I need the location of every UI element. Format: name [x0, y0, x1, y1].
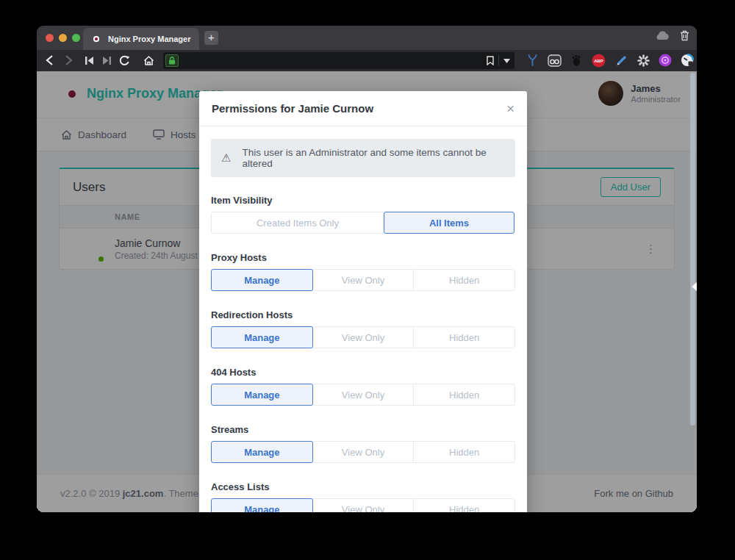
trash-icon[interactable]	[680, 30, 689, 41]
edge-triangle-marker	[692, 282, 697, 291]
tab-title: Nginx Proxy Manager	[108, 35, 190, 43]
proxy-hosts-view-only-button[interactable]: View Only	[312, 269, 415, 291]
404-hosts-hidden-button[interactable]: Hidden	[413, 384, 515, 406]
streams-view-only-button[interactable]: View Only	[312, 441, 415, 463]
page-viewport: Nginx Proxy Manager James Administrator …	[37, 71, 697, 512]
proxy-hosts-manage-button[interactable]: Manage	[211, 269, 313, 291]
extension-gauge-icon[interactable]	[680, 53, 695, 68]
browser-window: Nginx Proxy Manager +	[37, 26, 697, 512]
redirection-hosts-hidden-button[interactable]: Hidden	[413, 326, 515, 348]
scrollbar-thumb[interactable]	[690, 73, 695, 426]
visibility-created-items-button[interactable]: Created Items Only	[211, 212, 384, 234]
visibility-all-items-button[interactable]: All Items	[384, 212, 514, 234]
access-lists-view-only-button[interactable]: View Only	[312, 498, 415, 512]
proxy-hosts-group: Proxy Hosts Manage View Only Hidden	[211, 252, 515, 291]
bookmark-dropdown-icon[interactable]	[503, 59, 510, 63]
close-window-button[interactable]	[46, 34, 54, 42]
favicon-npm-icon	[90, 33, 102, 45]
browser-tab-bar: Nginx Proxy Manager +	[37, 26, 697, 50]
access-lists-hidden-button[interactable]: Hidden	[413, 498, 515, 512]
admin-warning-alert: ⚠ This user is an Administrator and some…	[211, 139, 515, 177]
item-visibility-label: Item Visibility	[211, 195, 515, 206]
modal-close-icon[interactable]: ×	[506, 101, 514, 115]
404-hosts-group: 404 Hosts Manage View Only Hidden	[211, 367, 515, 406]
extension-split-icon[interactable]	[525, 53, 539, 68]
svg-text:ABP: ABP	[594, 59, 603, 63]
redirection-hosts-view-only-button[interactable]: View Only	[312, 326, 415, 348]
modal-title: Permissions for Jamie Curnow	[212, 102, 373, 115]
reload-icon[interactable]	[118, 54, 131, 67]
404-hosts-manage-button[interactable]: Manage	[211, 384, 313, 406]
extension-pen-icon[interactable]	[614, 53, 628, 68]
bookmark-icon[interactable]	[487, 56, 494, 65]
warning-triangle-icon: ⚠	[221, 151, 231, 165]
skip-to-end-icon[interactable]	[100, 54, 113, 67]
streams-group: Streams Manage View Only Hidden	[211, 424, 515, 463]
404-hosts-view-only-button[interactable]: View Only	[312, 384, 415, 406]
alert-text: This user is an Administrator and some i…	[242, 147, 505, 169]
desktop-background: Nginx Proxy Manager +	[0, 0, 735, 560]
new-tab-button[interactable]: +	[204, 31, 218, 45]
browser-tab[interactable]: Nginx Proxy Manager	[83, 28, 199, 50]
browser-toolbar: ABP	[37, 50, 697, 71]
address-bar[interactable]	[163, 52, 514, 69]
item-visibility-group: Item Visibility Created Items Only All I…	[211, 195, 515, 234]
extension-footprint-icon[interactable]	[569, 53, 584, 68]
minimize-window-button[interactable]	[59, 34, 67, 42]
permissions-modal: Permissions for Jamie Curnow × ⚠ This us…	[199, 91, 527, 512]
redirection-hosts-manage-button[interactable]: Manage	[211, 326, 313, 348]
access-lists-group: Access Lists Manage View Only Hidden	[211, 481, 515, 512]
zoom-window-button[interactable]	[72, 34, 80, 42]
extension-container-icon[interactable]	[547, 53, 562, 68]
extension-purple-icon[interactable]	[658, 53, 673, 68]
extension-flower-icon[interactable]	[636, 53, 650, 68]
streams-hidden-button[interactable]: Hidden	[413, 441, 515, 463]
extension-adblock-icon[interactable]: ABP	[591, 53, 606, 68]
home-icon[interactable]	[142, 54, 155, 67]
forward-icon[interactable]	[62, 54, 75, 67]
access-lists-manage-button[interactable]: Manage	[211, 498, 313, 512]
skip-to-start-icon[interactable]	[82, 54, 96, 67]
streams-manage-button[interactable]: Manage	[211, 441, 313, 463]
proxy-hosts-hidden-button[interactable]: Hidden	[413, 269, 515, 291]
redirection-hosts-group: Redirection Hosts Manage View Only Hidde…	[211, 309, 515, 348]
ssl-lock-icon[interactable]	[165, 54, 179, 67]
sync-cloud-icon[interactable]	[655, 31, 670, 40]
address-bar-divider	[498, 55, 499, 66]
back-icon[interactable]	[43, 54, 56, 67]
